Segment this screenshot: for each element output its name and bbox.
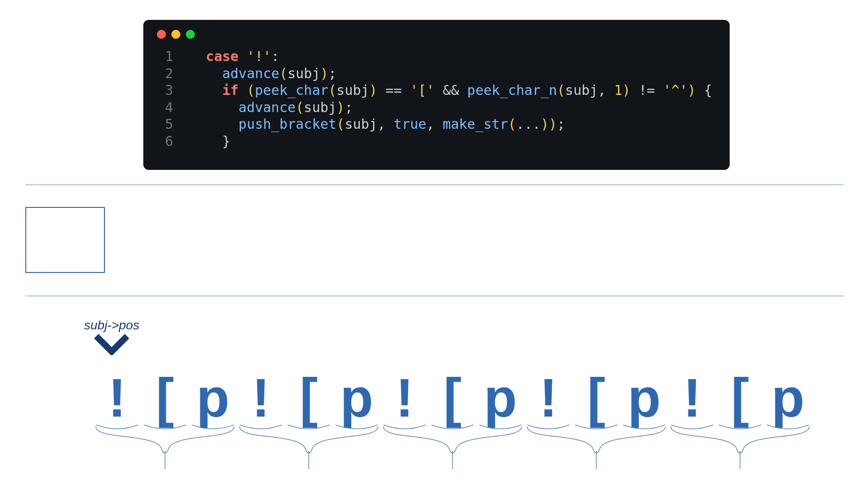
code-window: 1 case '!':2 advance(subj);3 if (peek_ch… — [143, 20, 730, 170]
input-char: ! — [381, 371, 429, 425]
input-buffer: ![p![p![p![p![p — [93, 371, 812, 425]
zoom-icon — [186, 30, 195, 39]
input-char: p — [333, 371, 381, 425]
pointer-label: subj->pos — [84, 318, 139, 333]
input-char: ! — [93, 371, 141, 425]
input-char: [ — [716, 371, 764, 425]
grouping-braces — [93, 425, 812, 470]
line-number: 5 — [157, 116, 173, 133]
input-char: [ — [429, 371, 476, 425]
input-char: ! — [668, 371, 716, 425]
close-icon — [157, 30, 166, 39]
input-char: ! — [237, 371, 285, 425]
chevron-down-icon — [94, 333, 130, 355]
line-number: 3 — [157, 82, 173, 99]
position-pointer: subj->pos — [84, 318, 139, 355]
input-char: ! — [524, 371, 572, 425]
code-listing: 1 case '!':2 advance(subj);3 if (peek_ch… — [157, 48, 716, 150]
minimize-icon — [171, 30, 180, 39]
input-char: [ — [141, 371, 189, 425]
input-char: p — [476, 371, 524, 425]
line-number: 6 — [157, 133, 173, 150]
input-char: [ — [572, 371, 620, 425]
input-char: [ — [285, 371, 333, 425]
window-traffic-lights — [157, 30, 716, 39]
divider — [25, 184, 844, 185]
input-char: p — [620, 371, 668, 425]
state-box — [25, 207, 105, 273]
divider — [25, 296, 844, 296]
line-number: 4 — [157, 99, 173, 116]
input-char: p — [764, 371, 812, 425]
line-number: 1 — [157, 48, 173, 65]
line-number: 2 — [157, 65, 173, 82]
input-char: p — [189, 371, 237, 425]
